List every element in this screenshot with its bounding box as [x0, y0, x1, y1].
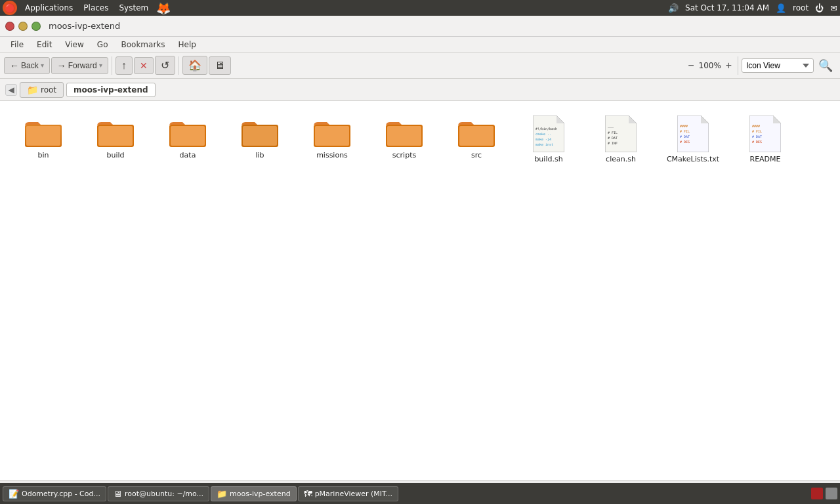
back-arrow: ▾ [41, 62, 44, 69]
svg-text:####: #### [680, 124, 688, 128]
places-menu[interactable]: Places [78, 2, 114, 14]
terminal-icon: 🖥 [114, 489, 122, 499]
svg-text:# FIL: # FIL [752, 129, 762, 133]
folder-icon-scripts [385, 116, 424, 148]
taskbar-indicator-gray [826, 488, 837, 499]
zoom-controls: − 100% + [685, 58, 734, 73]
svg-text:# FIL: # FIL [608, 131, 618, 135]
menu-go[interactable]: Go [91, 39, 115, 51]
mail-icon[interactable]: ✉ [830, 3, 837, 13]
svg-rect-6 [171, 126, 205, 146]
folder-scripts[interactable]: scripts [371, 112, 437, 167]
search-icon: 🔍 [818, 59, 833, 72]
sep2 [178, 56, 179, 75]
forward-arrow: ▾ [99, 62, 102, 69]
up-button[interactable]: ↑ [116, 56, 133, 75]
user-icon: 👤 [776, 3, 786, 13]
svg-text:# DES: # DES [680, 140, 690, 144]
svg-text:# DES: # DES [752, 140, 762, 144]
zoom-out-button[interactable]: − [685, 58, 696, 73]
minimize-button[interactable] [18, 22, 28, 31]
file-cleansh-label: clean.sh [606, 155, 636, 163]
pmarineviewer-icon: 🗺 [304, 489, 312, 499]
folder-src[interactable]: src [444, 112, 509, 167]
taskbar-indicator-red [811, 488, 823, 499]
forward-label: Forward [68, 61, 97, 70]
folder-data-label: data [180, 151, 196, 159]
stop-button[interactable]: ✕ [134, 57, 154, 74]
svg-rect-8 [243, 126, 277, 146]
file-cleansh[interactable]: ——— # FIL # DAT # INF clean.sh [588, 112, 654, 167]
folder-src-label: src [471, 151, 482, 159]
back-label: Back [21, 61, 39, 70]
svg-text:make -j4: make -j4 [536, 137, 551, 142]
cmakelists-icon: #### # FIL # DAT # DES [677, 116, 709, 152]
menu-file[interactable]: File [4, 39, 30, 51]
menu-edit[interactable]: Edit [30, 39, 58, 51]
folder-icon-src [457, 116, 496, 148]
file-buildsh-label: build.sh [534, 155, 562, 163]
location-back-button[interactable]: ◀ [5, 84, 17, 96]
svg-text:#!/bin/bash: #!/bin/bash [536, 127, 557, 131]
maximize-button[interactable] [32, 22, 41, 31]
home-icon: 🏠 [188, 59, 201, 72]
taskbar-item-odometry[interactable]: 📝 Odometry.cpp - Cod... [3, 486, 106, 501]
taskbar-item-terminal[interactable]: 🖥 root@ubuntu: ~/mo... [108, 486, 209, 501]
forward-button[interactable]: → Forward ▾ [51, 57, 108, 74]
menu-view[interactable]: View [58, 39, 90, 51]
toolbar: ← Back ▾ → Forward ▾ ↑ ✕ ↺ 🏠 🖥 − 100% + … [0, 52, 840, 79]
folder-missions-label: missions [316, 151, 348, 159]
power-icon[interactable]: ⏻ [815, 3, 824, 13]
search-button[interactable]: 🔍 [815, 57, 836, 74]
firefox-icon[interactable]: 🦊 [156, 1, 171, 15]
taskbar-item-filemanager[interactable]: 📁 moos-ivp-extend [211, 486, 297, 501]
view-mode-select[interactable]: Icon View List View Compact View [742, 58, 814, 73]
svg-text:# DAT: # DAT [608, 136, 618, 140]
up-icon: ↑ [121, 60, 127, 72]
folder-missions[interactable]: missions [299, 112, 365, 167]
taskbar-item-pmarineviewer[interactable]: 🗺 pMarineViewer (MIT... [298, 486, 398, 501]
svg-text:———: ——— [608, 125, 614, 129]
taskbar-label-terminal: root@ubuntu: ~/mo... [125, 490, 203, 498]
odometry-icon: 📝 [9, 489, 19, 499]
system-menu[interactable]: System [114, 2, 154, 14]
ubuntu-logo: 🔴 [3, 1, 17, 15]
svg-text:####: #### [752, 124, 760, 128]
reload-button[interactable]: ↺ [155, 56, 175, 75]
home-button[interactable]: 🏠 [182, 56, 207, 75]
top-menubar: 🔴 Applications Places System 🦊 🔊 Sat Oct… [0, 0, 840, 16]
file-buildsh[interactable]: #!/bin/bash cmake .. make -j4 make inst … [516, 112, 581, 167]
location-bar: ◀ 📁 root moos-ivp-extend [0, 79, 840, 101]
zoom-in-button[interactable]: + [723, 58, 734, 73]
svg-rect-10 [315, 126, 349, 146]
back-icon: ← [10, 60, 19, 71]
menu-bookmarks[interactable]: Bookmarks [114, 39, 171, 51]
folder-build[interactable]: build [83, 112, 148, 167]
svg-text:make inst: make inst [536, 142, 553, 146]
applications-menu[interactable]: Applications [20, 2, 78, 14]
file-readme[interactable]: #### # FIL # DAT # DES README [732, 112, 798, 167]
location-back-icon: ◀ [8, 85, 14, 94]
file-cmakelists-label: CMakeLists.txt [667, 155, 719, 163]
volume-icon[interactable]: 🔊 [668, 3, 679, 13]
computer-icon: 🖥 [215, 60, 225, 72]
stop-icon: ✕ [140, 60, 148, 71]
menu-help[interactable]: Help [172, 39, 203, 51]
breadcrumb-current[interactable]: moos-ivp-extend [66, 83, 156, 97]
folder-bin[interactable]: bin [10, 112, 76, 167]
breadcrumb-root[interactable]: 📁 root [20, 82, 64, 98]
user-label: root [793, 3, 808, 12]
folder-data[interactable]: data [155, 112, 220, 167]
back-button[interactable]: ← Back ▾ [4, 57, 50, 74]
computer-button[interactable]: 🖥 [209, 56, 231, 75]
close-button[interactable] [5, 22, 14, 31]
folder-icon-lib [240, 116, 280, 148]
root-folder-icon: 📁 [27, 85, 38, 95]
current-label: moos-ivp-extend [74, 85, 148, 94]
datetime-display: Sat Oct 17, 11:04 AM [685, 3, 769, 12]
taskbar-label-pmarineviewer: pMarineViewer (MIT... [315, 490, 392, 498]
sep3 [738, 56, 738, 75]
readme-icon: #### # FIL # DAT # DES [749, 116, 781, 152]
folder-lib[interactable]: lib [227, 112, 293, 167]
file-cmakelists[interactable]: #### # FIL # DAT # DES CMakeLists.txt [660, 112, 726, 167]
